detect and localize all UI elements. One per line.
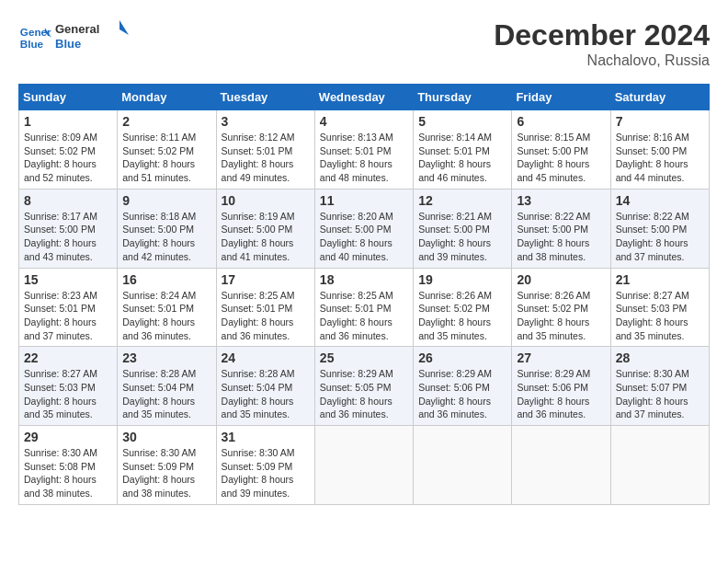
- weekday-header: Monday: [118, 85, 216, 110]
- day-info: Sunrise: 8:28 AMSunset: 5:04 PMDaylight:…: [122, 368, 196, 419]
- calendar-week-row: 1 Sunrise: 8:09 AMSunset: 5:02 PMDayligh…: [19, 110, 710, 190]
- day-number: 30: [122, 430, 210, 444]
- day-number: 22: [24, 350, 112, 365]
- location-title: Nachalovo, Russia: [494, 52, 710, 69]
- calendar-cell: 21 Sunrise: 8:27 AMSunset: 5:03 PMDaylig…: [610, 268, 709, 347]
- day-info: Sunrise: 8:18 AMSunset: 5:00 PMDaylight:…: [122, 211, 196, 262]
- calendar-cell: 19 Sunrise: 8:26 AMSunset: 5:02 PMDaylig…: [414, 268, 512, 347]
- calendar-week-row: 22 Sunrise: 8:27 AMSunset: 5:03 PMDaylig…: [19, 347, 710, 426]
- weekday-header: Saturday: [610, 85, 709, 110]
- day-info: Sunrise: 8:29 AMSunset: 5:05 PMDaylight:…: [320, 368, 393, 419]
- logo-text: General Blue: [55, 18, 129, 57]
- calendar-cell: 31 Sunrise: 8:30 AMSunset: 5:09 PMDaylig…: [216, 426, 314, 505]
- weekday-header-row: SundayMondayTuesdayWednesdayThursdayFrid…: [19, 85, 710, 110]
- day-number: 9: [122, 193, 210, 208]
- day-number: 23: [122, 350, 210, 365]
- calendar-cell: [314, 426, 413, 505]
- calendar-cell: 2 Sunrise: 8:11 AMSunset: 5:02 PMDayligh…: [118, 110, 216, 190]
- calendar-cell: 25 Sunrise: 8:29 AMSunset: 5:05 PMDaylig…: [314, 347, 413, 426]
- day-info: Sunrise: 8:25 AMSunset: 5:01 PMDaylight:…: [222, 290, 295, 341]
- svg-text:Blue: Blue: [55, 37, 81, 51]
- calendar-cell: [610, 426, 709, 505]
- svg-marker-5: [119, 20, 129, 35]
- calendar-cell: 5 Sunrise: 8:14 AMSunset: 5:01 PMDayligh…: [414, 110, 512, 190]
- day-info: Sunrise: 8:20 AMSunset: 5:00 PMDaylight:…: [320, 211, 393, 262]
- weekday-header: Thursday: [414, 85, 512, 110]
- calendar-week-row: 29 Sunrise: 8:30 AMSunset: 5:08 PMDaylig…: [19, 426, 710, 505]
- day-info: Sunrise: 8:14 AMSunset: 5:01 PMDaylight:…: [418, 132, 492, 183]
- calendar-cell: 14 Sunrise: 8:22 AMSunset: 5:00 PMDaylig…: [610, 189, 709, 268]
- day-number: 27: [517, 350, 605, 365]
- day-number: 26: [418, 350, 506, 365]
- day-number: 17: [222, 272, 310, 287]
- day-number: 12: [418, 193, 506, 208]
- svg-text:General: General: [55, 22, 99, 36]
- weekday-header: Sunday: [19, 85, 118, 110]
- day-info: Sunrise: 8:29 AMSunset: 5:06 PMDaylight:…: [418, 368, 492, 419]
- day-number: 20: [517, 272, 605, 287]
- day-number: 29: [24, 430, 112, 444]
- day-number: 3: [222, 114, 310, 129]
- calendar-cell: 8 Sunrise: 8:17 AMSunset: 5:00 PMDayligh…: [19, 189, 118, 268]
- calendar-cell: 9 Sunrise: 8:18 AMSunset: 5:00 PMDayligh…: [118, 189, 216, 268]
- day-info: Sunrise: 8:22 AMSunset: 5:00 PMDaylight:…: [616, 211, 689, 262]
- day-number: 19: [418, 272, 506, 287]
- calendar-cell: [512, 426, 610, 505]
- day-info: Sunrise: 8:29 AMSunset: 5:06 PMDaylight:…: [517, 368, 590, 419]
- day-info: Sunrise: 8:16 AMSunset: 5:00 PMDaylight:…: [616, 132, 689, 183]
- day-info: Sunrise: 8:30 AMSunset: 5:08 PMDaylight:…: [24, 447, 97, 499]
- day-number: 16: [122, 272, 210, 287]
- day-info: Sunrise: 8:09 AMSunset: 5:02 PMDaylight:…: [24, 132, 97, 183]
- day-info: Sunrise: 8:27 AMSunset: 5:03 PMDaylight:…: [616, 290, 689, 341]
- day-number: 31: [222, 430, 310, 444]
- calendar-cell: 10 Sunrise: 8:19 AMSunset: 5:00 PMDaylig…: [216, 189, 314, 268]
- day-info: Sunrise: 8:25 AMSunset: 5:01 PMDaylight:…: [320, 290, 393, 341]
- calendar-cell: 4 Sunrise: 8:13 AMSunset: 5:01 PMDayligh…: [314, 110, 413, 190]
- calendar-cell: 6 Sunrise: 8:15 AMSunset: 5:00 PMDayligh…: [512, 110, 610, 190]
- calendar-cell: 23 Sunrise: 8:28 AMSunset: 5:04 PMDaylig…: [118, 347, 216, 426]
- calendar-cell: 1 Sunrise: 8:09 AMSunset: 5:02 PMDayligh…: [19, 110, 118, 190]
- day-number: 10: [222, 193, 310, 208]
- calendar-cell: 7 Sunrise: 8:16 AMSunset: 5:00 PMDayligh…: [610, 110, 709, 190]
- calendar-cell: 28 Sunrise: 8:30 AMSunset: 5:07 PMDaylig…: [610, 347, 709, 426]
- calendar-cell: 13 Sunrise: 8:22 AMSunset: 5:00 PMDaylig…: [512, 189, 610, 268]
- day-number: 25: [320, 350, 408, 365]
- calendar-cell: 29 Sunrise: 8:30 AMSunset: 5:08 PMDaylig…: [19, 426, 118, 505]
- weekday-header: Tuesday: [216, 85, 314, 110]
- page-header: General Blue General Blue December 2024 …: [18, 18, 710, 69]
- calendar-cell: 20 Sunrise: 8:26 AMSunset: 5:02 PMDaylig…: [512, 268, 610, 347]
- day-info: Sunrise: 8:13 AMSunset: 5:01 PMDaylight:…: [320, 132, 393, 183]
- calendar-cell: 15 Sunrise: 8:23 AMSunset: 5:01 PMDaylig…: [19, 268, 118, 347]
- day-number: 8: [24, 193, 112, 208]
- day-number: 4: [320, 114, 408, 129]
- calendar-table: SundayMondayTuesdayWednesdayThursdayFrid…: [18, 84, 710, 505]
- month-title: December 2024: [494, 18, 710, 52]
- day-info: Sunrise: 8:27 AMSunset: 5:03 PMDaylight:…: [24, 368, 97, 419]
- day-number: 1: [24, 114, 112, 129]
- day-info: Sunrise: 8:28 AMSunset: 5:04 PMDaylight:…: [222, 368, 295, 419]
- day-number: 13: [517, 193, 605, 208]
- logo-icon: General Blue: [18, 21, 51, 54]
- calendar-cell: 30 Sunrise: 8:30 AMSunset: 5:09 PMDaylig…: [118, 426, 216, 505]
- calendar-cell: 27 Sunrise: 8:29 AMSunset: 5:06 PMDaylig…: [512, 347, 610, 426]
- calendar-cell: 3 Sunrise: 8:12 AMSunset: 5:01 PMDayligh…: [216, 110, 314, 190]
- calendar-week-row: 15 Sunrise: 8:23 AMSunset: 5:01 PMDaylig…: [19, 268, 710, 347]
- calendar-cell: 16 Sunrise: 8:24 AMSunset: 5:01 PMDaylig…: [118, 268, 216, 347]
- calendar-cell: 24 Sunrise: 8:28 AMSunset: 5:04 PMDaylig…: [216, 347, 314, 426]
- day-number: 5: [418, 114, 506, 129]
- weekday-header: Wednesday: [314, 85, 413, 110]
- day-number: 24: [222, 350, 310, 365]
- day-number: 6: [517, 114, 605, 129]
- calendar-cell: [414, 426, 512, 505]
- day-info: Sunrise: 8:30 AMSunset: 5:09 PMDaylight:…: [222, 447, 295, 499]
- day-info: Sunrise: 8:30 AMSunset: 5:09 PMDaylight:…: [122, 447, 196, 499]
- day-number: 15: [24, 272, 112, 287]
- calendar-cell: 11 Sunrise: 8:20 AMSunset: 5:00 PMDaylig…: [314, 189, 413, 268]
- day-info: Sunrise: 8:12 AMSunset: 5:01 PMDaylight:…: [222, 132, 295, 183]
- logo: General Blue General Blue: [18, 18, 129, 57]
- day-info: Sunrise: 8:19 AMSunset: 5:00 PMDaylight:…: [222, 211, 295, 262]
- calendar-cell: 18 Sunrise: 8:25 AMSunset: 5:01 PMDaylig…: [314, 268, 413, 347]
- day-info: Sunrise: 8:24 AMSunset: 5:01 PMDaylight:…: [122, 290, 196, 341]
- day-info: Sunrise: 8:15 AMSunset: 5:00 PMDaylight:…: [517, 132, 590, 183]
- day-number: 18: [320, 272, 408, 287]
